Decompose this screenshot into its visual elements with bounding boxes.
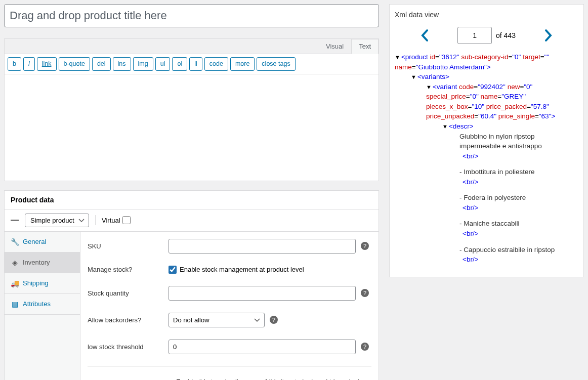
attributes-icon: ▤: [11, 300, 19, 308]
tab-shipping-label: Shipping: [23, 279, 49, 287]
tab-text[interactable]: Text: [351, 39, 379, 54]
help-icon[interactable]: ?: [361, 242, 369, 250]
btn-italic[interactable]: i: [23, 57, 35, 71]
btn-code[interactable]: code: [204, 57, 228, 71]
tab-attributes-label: Attributes: [23, 300, 51, 308]
btn-bold[interactable]: b: [8, 57, 21, 71]
manage-stock-checkbox[interactable]: [169, 266, 177, 274]
inventory-fields: SKU ? Manage stock? Enable stock managem…: [80, 232, 379, 380]
tab-visual[interactable]: Visual: [318, 39, 351, 54]
virtual-checkbox[interactable]: [122, 216, 131, 224]
btn-li[interactable]: li: [189, 57, 202, 71]
product-data-tabs: 🔧 General ◈ Inventory 🚚 Shipping ▤ Attri…: [5, 232, 80, 380]
xml-panel-title: Xml data view: [395, 11, 578, 19]
btn-more[interactable]: more: [230, 57, 255, 71]
wrench-icon: 🔧: [11, 238, 19, 246]
virtual-checkbox-wrap[interactable]: Virtual: [102, 216, 131, 224]
backorders-label: Allow backorders?: [88, 316, 163, 324]
help-icon[interactable]: ?: [361, 289, 369, 297]
truck-icon: 🚚: [11, 279, 19, 287]
content-editor: Visual Text b i link b-quote del ins img…: [4, 38, 379, 181]
btn-ol[interactable]: ol: [172, 57, 187, 71]
separator: [95, 215, 96, 225]
collapse-icon[interactable]: —: [11, 216, 19, 225]
stock-qty-label: Stock quantity: [88, 289, 163, 297]
sold-indiv-wrap[interactable]: Enable this to only allow one of this it…: [165, 378, 371, 380]
help-icon[interactable]: ?: [270, 316, 278, 324]
prev-arrow-icon[interactable]: [418, 28, 432, 43]
virtual-label: Virtual: [102, 217, 120, 224]
product-title-input[interactable]: [4, 4, 379, 27]
product-data-heading: Product data: [5, 191, 379, 209]
stock-qty-input[interactable]: [169, 286, 356, 301]
manage-stock-desc: Enable stock management at product level: [180, 266, 304, 273]
btn-ins[interactable]: ins: [113, 57, 131, 71]
manage-stock-label: Manage stock?: [88, 266, 163, 273]
product-data-panel: Product data — Simple product Virtual 🔧 …: [4, 190, 379, 380]
editor-textarea[interactable]: [5, 74, 379, 181]
sku-input[interactable]: [169, 239, 356, 254]
manage-stock-wrap[interactable]: Enable stock management at product level: [169, 266, 304, 274]
tab-inventory-label: Inventory: [23, 259, 50, 266]
btn-del[interactable]: del: [92, 57, 111, 71]
page-number-input[interactable]: [457, 27, 492, 44]
btn-bquote[interactable]: b-quote: [59, 57, 90, 71]
tab-shipping[interactable]: 🚚 Shipping: [5, 273, 80, 294]
xml-tree[interactable]: ▼<product id="3612" sub-category-id="0" …: [395, 52, 578, 271]
tab-inventory[interactable]: ◈ Inventory: [5, 252, 80, 273]
inventory-icon: ◈: [11, 259, 19, 267]
backorders-select[interactable]: Do not allow: [169, 313, 265, 327]
next-arrow-icon[interactable]: [541, 28, 555, 43]
sold-indiv-desc: Enable this to only allow one of this it…: [176, 378, 371, 380]
tab-general-label: General: [23, 238, 46, 245]
btn-img[interactable]: img: [133, 57, 153, 71]
page-total-label: of 443: [496, 31, 516, 39]
tab-attributes[interactable]: ▤ Attributes: [5, 294, 80, 315]
xml-data-view-panel: Xml data view of 443 ▼<product id="3612"…: [389, 4, 584, 277]
low-stock-label: low stock threshold: [88, 343, 163, 351]
btn-link[interactable]: link: [37, 57, 57, 71]
sku-label: SKU: [88, 242, 163, 250]
product-type-select[interactable]: Simple product: [25, 214, 89, 227]
editor-toolbar: b i link b-quote del ins img ul ol li co…: [5, 54, 379, 74]
help-icon[interactable]: ?: [361, 343, 369, 351]
low-stock-input[interactable]: [169, 340, 356, 354]
btn-ul[interactable]: ul: [155, 57, 171, 71]
tab-general[interactable]: 🔧 General: [5, 232, 80, 252]
btn-close-tags[interactable]: close tags: [257, 57, 295, 71]
